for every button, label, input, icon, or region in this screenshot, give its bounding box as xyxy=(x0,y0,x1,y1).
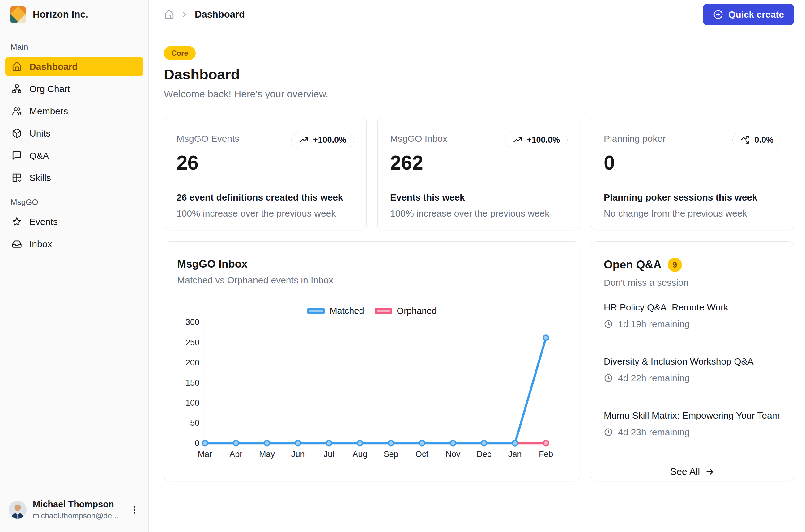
delta-badge: +100.0% xyxy=(505,132,568,148)
see-all-link[interactable]: See All xyxy=(604,466,781,477)
see-all-label: See All xyxy=(670,466,700,477)
stat-card-planning-poker: Planning poker 0.0% 0 Planning poker ses… xyxy=(591,116,794,230)
qa-item-title: HR Policy Q&A: Remote Work xyxy=(604,302,781,312)
lower-row: MsgGO Inbox Matched vs Orphaned events i… xyxy=(164,241,794,481)
svg-text:300: 300 xyxy=(185,318,199,327)
stat-card-msggo-events: MsgGO Events +100.0% 26 26 event definit… xyxy=(164,116,367,230)
stat-line1: 26 event definitions created this week xyxy=(177,192,354,203)
sidebar-item-inbox[interactable]: Inbox xyxy=(5,234,143,254)
clock-icon xyxy=(604,428,613,437)
qa-item-remaining: 4d 23h remaining xyxy=(618,427,690,437)
chevron-right-icon xyxy=(181,11,188,19)
trending-up-icon xyxy=(513,135,523,145)
qa-list-item[interactable]: HR Policy Q&A: Remote Work 1d 19h remain… xyxy=(604,302,781,329)
svg-text:200: 200 xyxy=(185,358,199,367)
legend-item-orphaned: Orphaned xyxy=(375,306,437,316)
stat-label: MsgGO Inbox xyxy=(390,132,447,144)
sidebar: Horizon Inc. Main Dashboard Org Chart Me… xyxy=(0,0,149,532)
home-icon[interactable] xyxy=(164,10,175,20)
svg-text:Sep: Sep xyxy=(384,450,399,459)
sidebar-item-label: Dashboard xyxy=(29,61,78,72)
trending-up-down-icon xyxy=(740,135,750,145)
svg-text:250: 250 xyxy=(185,338,199,347)
stats-row: MsgGO Events +100.0% 26 26 event definit… xyxy=(164,116,794,230)
grid-check-icon xyxy=(12,173,22,183)
chart-card: MsgGO Inbox Matched vs Orphaned events i… xyxy=(164,241,580,481)
qa-list-item[interactable]: Diversity & Inclusion Workshop Q&A 4d 22… xyxy=(604,356,781,383)
sidebar-item-label: Org Chart xyxy=(29,84,70,94)
ellipsis-vertical-icon[interactable] xyxy=(129,505,140,515)
profile-email: michael.thompson@de... xyxy=(33,511,123,520)
svg-text:50: 50 xyxy=(190,418,199,428)
chart-subtitle: Matched vs Orphaned events in Inbox xyxy=(177,275,567,285)
svg-text:Apr: Apr xyxy=(230,450,242,459)
svg-text:Jan: Jan xyxy=(508,450,522,459)
org-chart-icon xyxy=(12,84,22,94)
stat-line2: No change from the previous week xyxy=(604,208,781,219)
svg-text:Aug: Aug xyxy=(352,450,367,459)
legend-swatch xyxy=(307,308,325,314)
svg-text:Dec: Dec xyxy=(477,450,492,459)
stat-value: 262 xyxy=(390,151,568,174)
quick-create-button[interactable]: Quick create xyxy=(703,4,794,25)
qa-item-remaining: 4d 22h remaining xyxy=(618,373,690,383)
chart-legend: MatchedOrphaned xyxy=(177,306,567,316)
stat-label: MsgGO Events xyxy=(177,132,239,144)
legend-label: Matched xyxy=(330,306,364,316)
sidebar-item-qa[interactable]: Q&A xyxy=(5,146,143,165)
stat-value: 26 xyxy=(177,151,354,174)
delta-value: +100.0% xyxy=(313,135,346,145)
profile-name: Michael Thompson xyxy=(33,499,123,510)
clock-icon xyxy=(604,320,613,329)
sidebar-item-label: Members xyxy=(29,106,68,116)
delta-value: +100.0% xyxy=(527,135,560,145)
svg-text:Jul: Jul xyxy=(324,450,334,459)
legend-label: Orphaned xyxy=(397,306,437,316)
qa-item-title: Diversity & Inclusion Workshop Q&A xyxy=(604,356,781,367)
svg-text:Feb: Feb xyxy=(539,450,553,459)
open-qa-card: Open Q&A 9 Don't miss a session HR Polic… xyxy=(591,241,794,481)
qa-count-badge: 9 xyxy=(668,258,682,272)
star-icon xyxy=(12,216,22,227)
svg-text:100: 100 xyxy=(185,398,199,407)
brand: Horizon Inc. xyxy=(0,0,148,30)
svg-text:Mar: Mar xyxy=(198,450,212,459)
stat-line2: 100% increase over the previous week xyxy=(390,208,568,219)
svg-text:Jun: Jun xyxy=(291,450,305,459)
sidebar-item-org-chart[interactable]: Org Chart xyxy=(5,79,143,98)
core-badge: Core xyxy=(164,46,196,60)
line-chart: 050100150200250300MarAprMayJunJulAugSepO… xyxy=(177,317,567,462)
sidebar-item-events[interactable]: Events xyxy=(5,212,143,231)
home-icon xyxy=(12,61,22,72)
plus-circle-icon xyxy=(713,9,724,20)
profile-meta: Michael Thompson michael.thompson@de... xyxy=(33,499,123,520)
chart-title: MsgGO Inbox xyxy=(177,258,567,270)
page-title: Dashboard xyxy=(164,66,794,83)
legend-swatch xyxy=(375,308,392,314)
users-icon xyxy=(12,106,22,116)
main-column: Dashboard Quick create Core Dashboard We… xyxy=(149,0,805,532)
sidebar-item-dashboard[interactable]: Dashboard xyxy=(5,57,143,76)
company-name: Horizon Inc. xyxy=(33,9,88,20)
svg-text:0: 0 xyxy=(195,439,199,448)
svg-text:May: May xyxy=(259,450,275,459)
main-content: Core Dashboard Welcome back! Here's your… xyxy=(149,30,805,532)
trending-up-icon xyxy=(299,135,309,145)
arrow-right-icon xyxy=(705,467,715,477)
breadcrumb: Dashboard xyxy=(164,9,245,20)
qa-list-item[interactable]: Mumu Skill Matrix: Empowering Your Team … xyxy=(604,410,781,437)
stat-line1: Planning poker sessions this week xyxy=(604,192,781,203)
sidebar-nav: Main Dashboard Org Chart Members Units Q… xyxy=(0,30,148,491)
qa-item-remaining: 1d 19h remaining xyxy=(618,319,690,329)
sidebar-item-label: Units xyxy=(29,128,50,139)
nav-section-main: Main xyxy=(11,42,138,52)
delta-badge: +100.0% xyxy=(291,132,354,148)
box-icon xyxy=(12,128,22,138)
sidebar-item-members[interactable]: Members xyxy=(5,101,143,121)
sidebar-item-skills[interactable]: Skills xyxy=(5,168,143,188)
sidebar-item-units[interactable]: Units xyxy=(5,124,143,143)
user-profile[interactable]: Michael Thompson michael.thompson@de... xyxy=(0,491,148,532)
avatar xyxy=(8,501,26,519)
breadcrumb-current: Dashboard xyxy=(195,9,245,20)
stat-line2: 100% increase over the previous week xyxy=(177,208,354,219)
